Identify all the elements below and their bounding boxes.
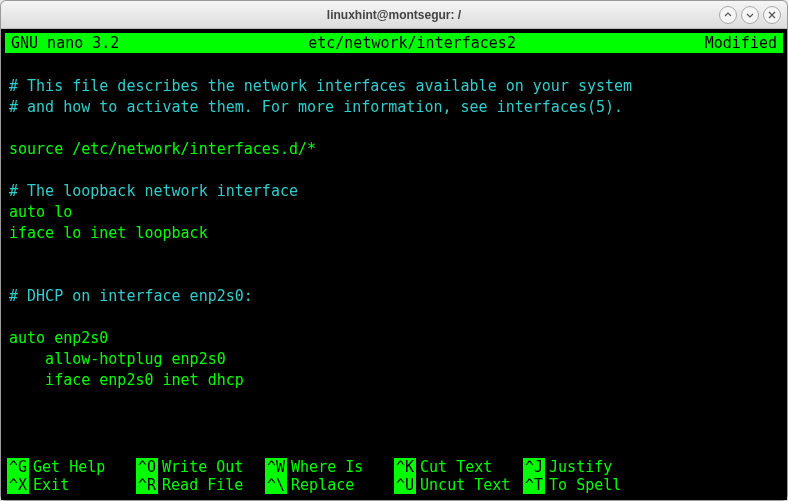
shortcut-label: Replace [291, 476, 354, 494]
shortcut-key: ^T [523, 476, 545, 494]
nano-footer: ^GGet Help^OWrite Out^WWhere Is^KCut Tex… [5, 458, 783, 496]
editor-line[interactable]: source /etc/network/interfaces.d/* [9, 139, 779, 160]
shortcut[interactable]: ^GGet Help [7, 458, 136, 476]
editor-line[interactable] [9, 391, 779, 412]
shortcut-label: Write Out [162, 458, 243, 476]
shortcut-label: To Spell [549, 476, 621, 494]
editor-line[interactable]: iface enp2s0 inet dhcp [9, 370, 779, 391]
shortcut-key: ^R [136, 476, 158, 494]
editor-line[interactable]: auto enp2s0 [9, 328, 779, 349]
shortcut-label: Get Help [33, 458, 105, 476]
nano-header: GNU nano 3.2 etc/network/interfaces2 Mod… [5, 33, 783, 53]
editor-line[interactable] [9, 265, 779, 286]
editor-line[interactable] [9, 244, 779, 265]
shortcut-key: ^X [7, 476, 29, 494]
shortcut[interactable]: ^TTo Spell [523, 476, 652, 494]
shortcut [652, 476, 781, 494]
nano-status: Modified [705, 33, 777, 53]
window-controls [719, 6, 781, 24]
shortcut-label: Where Is [291, 458, 363, 476]
editor-line[interactable]: auto lo [9, 202, 779, 223]
shortcut[interactable]: ^UUncut Text [394, 476, 523, 494]
shortcut-key: ^O [136, 458, 158, 476]
shortcut-key: ^U [394, 476, 416, 494]
editor-line[interactable] [9, 307, 779, 328]
shortcut-key: ^G [7, 458, 29, 476]
maximize-button[interactable] [741, 6, 759, 24]
shortcut[interactable]: ^OWrite Out [136, 458, 265, 476]
nano-version: GNU nano 3.2 [11, 33, 119, 53]
close-button[interactable] [763, 6, 781, 24]
terminal[interactable]: GNU nano 3.2 etc/network/interfaces2 Mod… [1, 29, 787, 500]
shortcut-key: ^W [265, 458, 287, 476]
shortcut [652, 458, 781, 476]
shortcut-label: Read File [162, 476, 243, 494]
terminal-window: linuxhint@montsegur: / GNU nano 3.2 etc/… [0, 0, 788, 501]
shortcut-label: Uncut Text [420, 476, 510, 494]
nano-filepath: etc/network/interfaces2 [119, 33, 704, 53]
editor-line[interactable]: iface lo inet loopback [9, 223, 779, 244]
shortcut-label: Cut Text [420, 458, 492, 476]
editor-line[interactable] [9, 118, 779, 139]
editor-line[interactable]: # DHCP on interface enp2s0: [9, 286, 779, 307]
editor-line[interactable]: # The loopback network interface [9, 181, 779, 202]
editor-line[interactable] [9, 55, 779, 76]
titlebar-text: linuxhint@montsegur: / [327, 8, 461, 22]
shortcut[interactable]: ^\Replace [265, 476, 394, 494]
shortcut[interactable]: ^WWhere Is [265, 458, 394, 476]
shortcut-label: Justify [549, 458, 612, 476]
minimize-button[interactable] [719, 6, 737, 24]
shortcut[interactable]: ^KCut Text [394, 458, 523, 476]
editor-line[interactable] [9, 412, 779, 433]
editor-line[interactable]: allow-hotplug enp2s0 [9, 349, 779, 370]
shortcut[interactable]: ^RRead File [136, 476, 265, 494]
editor-line[interactable]: # This file describes the network interf… [9, 76, 779, 97]
shortcut-label: Exit [33, 476, 69, 494]
editor-body[interactable]: # This file describes the network interf… [5, 53, 783, 458]
shortcut-key: ^\ [265, 476, 287, 494]
shortcut[interactable]: ^XExit [7, 476, 136, 494]
shortcut-key: ^K [394, 458, 416, 476]
shortcut[interactable]: ^JJustify [523, 458, 652, 476]
titlebar[interactable]: linuxhint@montsegur: / [1, 1, 787, 29]
editor-line[interactable] [9, 160, 779, 181]
editor-line[interactable]: # and how to activate them. For more inf… [9, 97, 779, 118]
shortcut-key: ^J [523, 458, 545, 476]
